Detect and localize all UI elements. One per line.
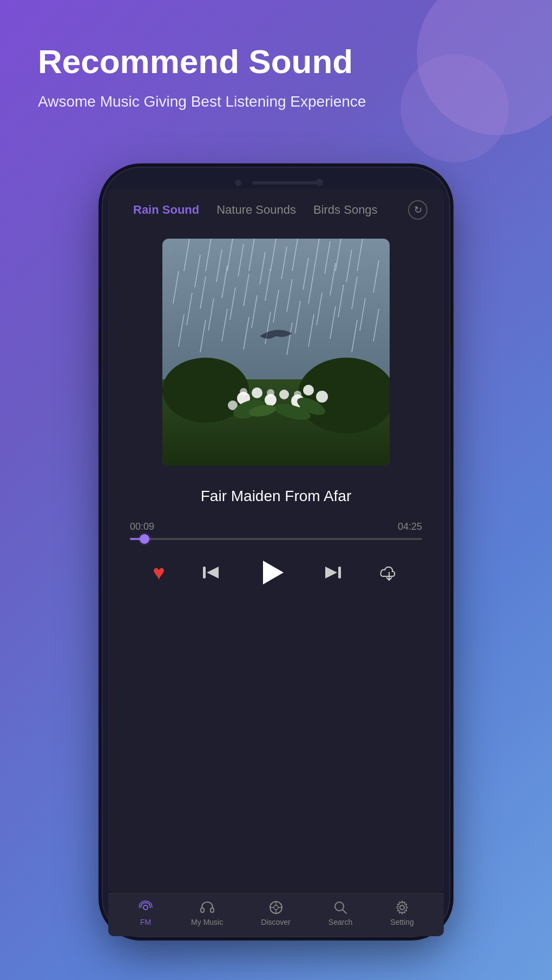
svg-point-13 [267,389,274,397]
phone-mockup: Rain Sound Nature Sounds Birds Songs ↻ [103,168,449,936]
song-title: Fair Maiden From Afar [185,488,368,505]
phone-speaker [252,181,317,185]
progress-thumb[interactable] [140,534,149,544]
svg-marker-66 [207,567,219,578]
cloud-download-button[interactable] [379,562,399,583]
more-icon[interactable]: ↻ [408,200,428,220]
play-button[interactable] [255,556,288,589]
like-button[interactable]: ♥ [153,561,165,584]
phone-screen: Rain Sound Nature Sounds Birds Songs ↻ [108,189,444,892]
svg-rect-65 [203,567,206,578]
phone-dot [235,180,241,186]
previous-button[interactable] [200,562,221,583]
cloud-icon [379,562,399,583]
volume-up-button[interactable] [98,287,102,319]
svg-rect-67 [338,567,341,578]
previous-icon [200,562,221,583]
svg-point-5 [252,387,262,398]
progress-section: 00:09 04:25 [108,505,444,545]
power-button[interactable] [450,303,454,346]
heart-icon: ♥ [153,561,165,584]
svg-point-9 [303,385,314,396]
page-title: Recommend Sound [38,43,514,80]
svg-point-14 [294,391,301,398]
svg-point-7 [279,390,289,399]
next-icon [323,562,344,583]
total-time: 04:25 [398,521,422,532]
tab-rain-sound[interactable]: Rain Sound [124,199,208,221]
phone-shell: Rain Sound Nature Sounds Birds Songs ↻ [103,168,449,936]
svg-marker-68 [325,567,337,578]
album-area: Fair Maiden From Afar [108,228,444,505]
page-subtitle: Awsome Music Giving Best Listening Exper… [38,91,514,112]
album-art [162,239,390,466]
tab-nature-sounds[interactable]: Nature Sounds [208,199,305,221]
phone-top-bar [103,168,449,186]
current-time: 00:09 [130,521,154,532]
phone-camera [316,179,323,186]
tab-bar: Rain Sound Nature Sounds Birds Songs ↻ [108,189,444,228]
header-section: Recommend Sound Awsome Music Giving Best… [38,43,514,112]
volume-down-button[interactable] [98,330,102,363]
play-icon [263,561,284,584]
time-row: 00:09 04:25 [130,521,422,532]
svg-point-12 [240,388,247,396]
next-button[interactable] [323,562,344,583]
progress-track[interactable] [130,538,422,540]
playback-controls: ♥ [108,545,444,600]
svg-point-11 [316,391,328,403]
tab-birds-songs[interactable]: Birds Songs [305,199,386,221]
